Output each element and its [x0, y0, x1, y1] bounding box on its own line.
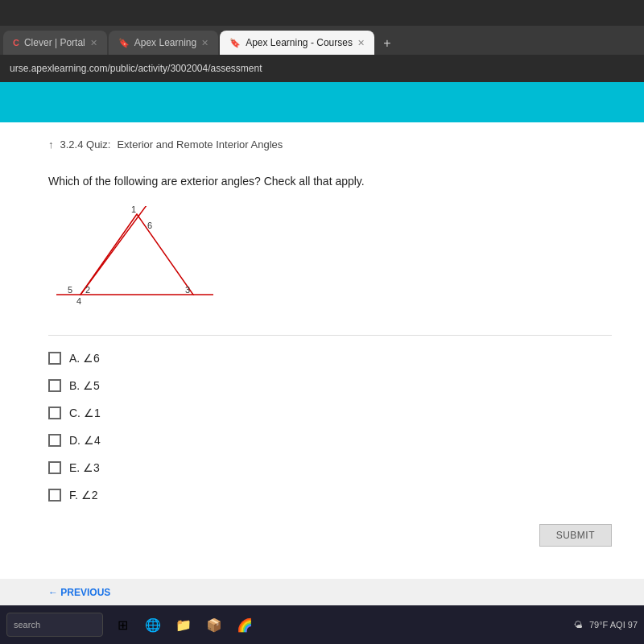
new-tab-button[interactable]: + — [376, 32, 398, 55]
breadcrumb-icon: ↑ — [48, 138, 54, 151]
url-text: urse.apexlearning.com/public/activity/30… — [10, 63, 262, 74]
quiz-breadcrumb: 3.2.4 Quiz: — [60, 138, 111, 151]
answer-item-b: B. ∠5 — [48, 379, 612, 392]
taskbar-icons: ⊞ 🌐 📁 📦 🌈 — [109, 612, 258, 638]
answer-item-e: E. ∠3 — [48, 461, 612, 474]
taskbar-right: 🌤 79°F AQI 97 — [574, 620, 638, 630]
tab-apex-courses-label: Apex Learning - Courses — [246, 37, 353, 48]
taskbar-icon-files[interactable]: 📁 — [171, 612, 196, 638]
checkbox-e[interactable] — [48, 461, 61, 474]
answer-label-c: C. ∠1 — [69, 407, 101, 419]
svg-line-3 — [80, 206, 149, 295]
question-text: Which of the following are exterior angl… — [48, 173, 612, 190]
taskbar-search[interactable]: search — [6, 613, 103, 637]
taskbar: search ⊞ 🌐 📁 📦 🌈 🌤 79°F AQI 97 — [0, 605, 644, 644]
triangle-svg: 1 6 2 5 4 3 — [56, 206, 217, 319]
weather-text: 79°F AQI 97 — [589, 620, 638, 630]
svg-text:4: 4 — [76, 296, 81, 306]
answer-list: A. ∠6 B. ∠5 C. ∠1 D. ∠4 E. ∠3 F. ∠2 — [48, 352, 612, 502]
checkbox-b[interactable] — [48, 379, 61, 392]
answer-label-d: D. ∠4 — [69, 434, 101, 447]
checkbox-d[interactable] — [48, 434, 61, 447]
answer-item-d: D. ∠4 — [48, 434, 612, 447]
checkbox-f[interactable] — [48, 489, 61, 502]
browser-content: ↑ 3.2.4 Quiz: Exterior and Remote Interi… — [0, 122, 644, 644]
tab-apex-close[interactable]: ✕ — [201, 38, 208, 48]
taskbar-icon-edge[interactable]: 🌐 — [140, 612, 166, 638]
answer-divider — [48, 335, 612, 336]
weather-icon: 🌤 — [574, 620, 583, 630]
answer-label-e: E. ∠3 — [69, 461, 100, 474]
checkbox-c[interactable] — [48, 407, 61, 419]
checkbox-a[interactable] — [48, 352, 61, 365]
tab-apex-courses-close[interactable]: ✕ — [357, 38, 365, 48]
answer-item-c: C. ∠1 — [48, 407, 612, 419]
address-bar: urse.apexlearning.com/public/activity/30… — [0, 55, 644, 84]
tab-clever-label: Clever | Portal — [24, 37, 85, 48]
taskbar-search-text: search — [14, 620, 40, 630]
taskbar-icon-store[interactable]: 📦 — [201, 612, 227, 638]
tab-bar: C Clever | Portal ✕ 🔖 Apex Learning ✕ 🔖 … — [0, 26, 644, 55]
svg-text:5: 5 — [68, 285, 72, 295]
answer-item-f: F. ∠2 — [48, 489, 612, 502]
apex-header-bar — [0, 84, 644, 122]
tab-clever[interactable]: C Clever | Portal ✕ — [3, 31, 107, 55]
svg-text:3: 3 — [185, 285, 190, 295]
taskbar-icon-chrome[interactable]: 🌈 — [232, 612, 258, 638]
quiz-title-bar: ↑ 3.2.4 Quiz: Exterior and Remote Interi… — [48, 138, 612, 157]
submit-area: SUBMIT — [48, 516, 612, 563]
tab-clever-close[interactable]: ✕ — [90, 38, 97, 48]
svg-text:1: 1 — [131, 206, 136, 214]
apex-courses-tab-icon: 🔖 — [229, 38, 241, 48]
svg-text:6: 6 — [147, 221, 152, 230]
triangle-diagram: 1 6 2 5 4 3 — [48, 206, 612, 319]
apex-tab-icon: 🔖 — [118, 38, 130, 48]
answer-item-a: A. ∠6 — [48, 352, 612, 365]
clever-tab-icon: C — [13, 38, 19, 47]
svg-marker-0 — [80, 214, 193, 295]
tab-apex-label: Apex Learning — [134, 37, 196, 48]
previous-button[interactable]: ← PREVIOUS — [48, 587, 110, 598]
tab-apex-courses[interactable]: 🔖 Apex Learning - Courses ✕ — [220, 31, 374, 55]
taskbar-icon-windows[interactable]: ⊞ — [109, 612, 135, 638]
answer-label-a: A. ∠6 — [69, 352, 100, 365]
quiz-container: ↑ 3.2.4 Quiz: Exterior and Remote Interi… — [0, 122, 644, 579]
submit-button[interactable]: SUBMIT — [539, 524, 612, 547]
quiz-title: Exterior and Remote Interior Angles — [117, 138, 283, 151]
svg-text:2: 2 — [85, 285, 90, 295]
tab-apex[interactable]: 🔖 Apex Learning ✕ — [109, 31, 218, 55]
title-bar — [0, 0, 644, 26]
answer-label-f: F. ∠2 — [69, 489, 98, 502]
answer-label-b: B. ∠5 — [69, 379, 100, 392]
